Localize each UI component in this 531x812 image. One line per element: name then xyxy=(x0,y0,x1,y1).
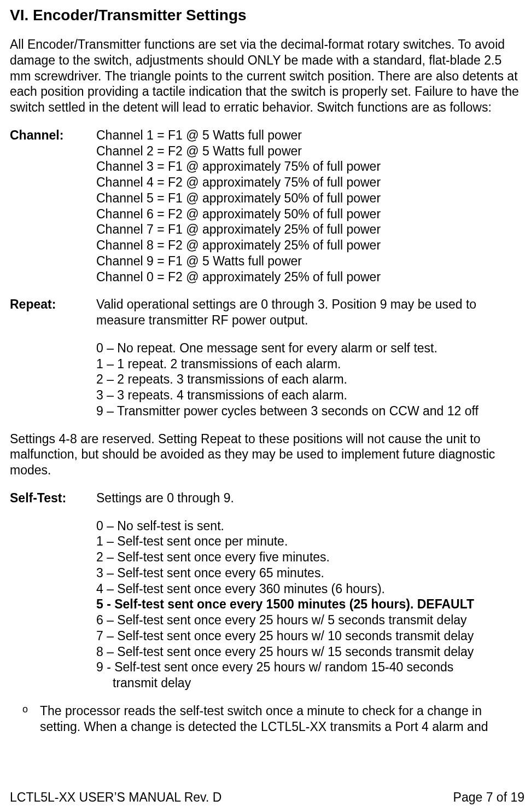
footer-page-number: Page 7 of 19 xyxy=(453,790,524,805)
bullet-marker-icon: o xyxy=(10,703,40,735)
selftest-line: 6 – Self-test sent once every 25 hours w… xyxy=(96,612,524,628)
channel-line: Channel 1 = F1 @ 5 Watts full power xyxy=(96,127,524,143)
repeat-line: 0 – No repeat. One message sent for ever… xyxy=(96,340,524,356)
channel-line: Channel 8 = F2 @ approximately 25% of fu… xyxy=(96,237,524,253)
channel-line: Channel 4 = F2 @ approximately 75% of fu… xyxy=(96,175,524,190)
selftest-label: Self-Test: xyxy=(10,490,96,691)
repeat-line: 9 – Transmitter power cycles between 3 s… xyxy=(96,403,524,419)
channel-label: Channel: xyxy=(10,127,96,285)
page-footer: LCTL5L-XX USER’S MANUAL Rev. D Page 7 of… xyxy=(10,790,524,805)
channel-line: Channel 7 = F1 @ approximately 25% of fu… xyxy=(96,222,524,237)
channel-line: Channel 9 = F1 @ 5 Watts full power xyxy=(96,253,524,269)
selftest-line: 1 – Self-test sent once per minute. xyxy=(96,533,524,549)
channel-line: Channel 0 = F2 @ approximately 25% of fu… xyxy=(96,269,524,285)
selftest-line: 4 – Self-test sent once every 360 minute… xyxy=(96,581,524,597)
repeat-line: 2 – 2 repeats. 3 transmissions of each a… xyxy=(96,372,524,387)
selftest-section: Self-Test: Settings are 0 through 9. 0 –… xyxy=(10,490,524,691)
selftest-line: 9 - Self-test sent once every 25 hours w… xyxy=(96,659,524,675)
selftest-line: 3 – Self-test sent once every 65 minutes… xyxy=(96,565,524,581)
bullet-item: o The processor reads the self-test swit… xyxy=(10,703,524,735)
intro-paragraph: All Encoder/Transmitter functions are se… xyxy=(10,37,524,115)
channel-line: Channel 3 = F1 @ approximately 75% of fu… xyxy=(96,159,524,175)
repeat-values: Valid operational settings are 0 through… xyxy=(96,297,524,419)
channel-line: Channel 6 = F2 @ approximately 50% of fu… xyxy=(96,206,524,222)
selftest-line-default: 5 - Self-test sent once every 1500 minut… xyxy=(96,596,524,612)
channel-values: Channel 1 = F1 @ 5 Watts full power Chan… xyxy=(96,127,524,285)
reserved-paragraph: Settings 4-8 are reserved. Setting Repea… xyxy=(10,431,524,478)
document-page: VI. Encoder/Transmitter Settings All Enc… xyxy=(0,0,531,812)
repeat-line: 3 – 3 repeats. 4 transmissions of each a… xyxy=(96,387,524,403)
channel-line: Channel 5 = F1 @ approximately 50% of fu… xyxy=(96,190,524,206)
selftest-line: 2 – Self-test sent once every five minut… xyxy=(96,549,524,565)
bullet-text: The processor reads the self-test switch… xyxy=(40,703,524,735)
repeat-line: 1 – 1 repeat. 2 transmissions of each al… xyxy=(96,356,524,372)
footer-manual-title: LCTL5L-XX USER’S MANUAL Rev. D xyxy=(10,790,221,805)
selftest-line-continuation: transmit delay xyxy=(96,675,524,691)
selftest-line: 8 – Self-test sent once every 25 hours w… xyxy=(96,644,524,660)
selftest-line: 0 – No self-test is sent. xyxy=(96,518,524,534)
selftest-line: 7 – Self-test sent once every 25 hours w… xyxy=(96,628,524,644)
selftest-intro: Settings are 0 through 9. xyxy=(96,490,524,506)
channel-section: Channel: Channel 1 = F1 @ 5 Watts full p… xyxy=(10,127,524,285)
repeat-section: Repeat: Valid operational settings are 0… xyxy=(10,297,524,419)
channel-line: Channel 2 = F2 @ 5 Watts full power xyxy=(96,143,524,159)
repeat-label: Repeat: xyxy=(10,297,96,419)
repeat-intro: Valid operational settings are 0 through… xyxy=(96,297,524,328)
section-heading: VI. Encoder/Transmitter Settings xyxy=(10,5,524,25)
selftest-values: Settings are 0 through 9. 0 – No self-te… xyxy=(96,490,524,691)
